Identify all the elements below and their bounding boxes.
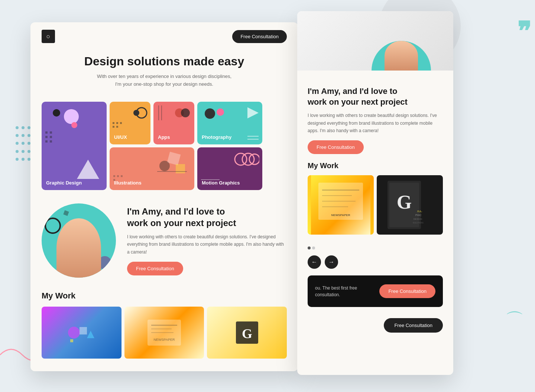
svg-rect-35 (63, 210, 69, 216)
back-work-section: My Work NE (297, 161, 453, 246)
back-work-item-newspaper[interactable]: NEWSPAPER (308, 175, 374, 235)
svg-marker-38 (87, 331, 94, 338)
service-label-apps: Apps (158, 134, 170, 140)
svg-rect-3 (50, 136, 52, 138)
main-header: ○ Free Consultation (30, 22, 298, 50)
back-consultation-button[interactable]: Free Consultation (308, 140, 364, 154)
logo: ○ (42, 30, 55, 43)
back-cta-section: ou. The best first free consultation. Fr… (308, 275, 443, 307)
back-work2-graphic: G RA- PHIC DESIGN SOLUTIONS (380, 175, 440, 235)
about-consultation-button[interactable]: Free Consultation (127, 262, 183, 275)
apps-icon (173, 105, 191, 120)
back-header-bar (297, 71, 453, 82)
svg-text:PHIC: PHIC (415, 214, 422, 216)
svg-rect-39 (70, 339, 73, 342)
svg-rect-37 (80, 327, 87, 334)
work-item-3[interactable]: G (207, 307, 287, 359)
photo-tri-icon (247, 107, 259, 118)
scroll-dot-1 (308, 246, 311, 249)
svg-rect-24 (113, 175, 115, 177)
back-work1-graphic: NEWSPAPER (311, 175, 370, 235)
svg-rect-10 (120, 122, 122, 124)
back-about-heading: I'm Amy, and I'd love to work on your ne… (308, 86, 443, 107)
work-item-1[interactable] (42, 307, 121, 359)
service-label-ui-ux: UI/UX (114, 134, 127, 140)
bg-squiggle-bottom-right-decor: ⌒ (505, 308, 524, 333)
svg-rect-26 (121, 175, 123, 177)
apps-lines (156, 105, 164, 120)
back-about-body: I love working with others to create bea… (308, 112, 443, 134)
back-about-section: I'm Amy, and I'd love to work on your ne… (297, 82, 453, 161)
svg-marker-17 (247, 107, 259, 118)
svg-text:G: G (242, 326, 252, 341)
back-work-item-book[interactable]: G RA- PHIC DESIGN SOLUTIONS (377, 175, 443, 235)
back-scroll-indicator (297, 246, 453, 252)
svg-text:G: G (397, 192, 412, 213)
avatar-circle (42, 203, 116, 278)
back-nav-prev-button[interactable]: ← (308, 255, 321, 269)
logo-symbol: ○ (46, 33, 51, 40)
back-work-title: My Work (308, 161, 443, 170)
about-section: I'm Amy, and I'd love to work on your ne… (30, 196, 298, 285)
back-footer-consultation-button[interactable]: Free Consultation (384, 318, 443, 333)
service-card-illustrations[interactable]: Illustrations (110, 147, 194, 190)
svg-rect-11 (113, 126, 114, 128)
back-card: I'm Amy, and I'd love to work on your ne… (297, 11, 453, 375)
main-card: ○ Free Consultation Design solutions mad… (30, 22, 298, 371)
service-card-graphic-design[interactable]: Graphic Design (42, 102, 107, 190)
service-card-ui-ux[interactable]: UI/UX (110, 102, 150, 144)
illustrations-icon (157, 151, 187, 177)
work-grid: NEWSPAPER G (42, 307, 287, 359)
work3-graphic: G (232, 318, 262, 347)
svg-point-32 (45, 218, 60, 233)
svg-rect-2 (45, 136, 48, 138)
ui-ux-icon (129, 105, 147, 124)
svg-point-28 (235, 153, 247, 165)
about-heading: I'm Amy, and I'd love to work on your ne… (127, 206, 287, 229)
work-item-2[interactable]: NEWSPAPER (124, 307, 204, 359)
svg-text:NEWSPAPER: NEWSPAPER (331, 213, 350, 217)
back-hero-image (297, 11, 453, 71)
hero-section: Design solutions made easy With over ten… (30, 50, 298, 96)
back-nav-next-button[interactable]: → (325, 255, 338, 269)
scroll-dot-2 (312, 246, 315, 249)
svg-text:SOLUTIONS: SOLUTIONS (413, 222, 424, 224)
back-avatar (372, 41, 431, 71)
svg-rect-20 (167, 152, 181, 166)
svg-text:DESIGN: DESIGN (414, 218, 422, 220)
back-footer: Free Consultation (297, 311, 453, 340)
service-card-apps[interactable]: Apps (153, 102, 194, 144)
photo-lines (247, 135, 259, 141)
svg-rect-4 (45, 140, 48, 143)
svg-rect-8 (113, 122, 114, 124)
work1-graphic (67, 318, 96, 347)
svg-text:RA-: RA- (417, 210, 422, 213)
back-cta-text: ou. The best first free consultation. (315, 285, 374, 298)
svg-rect-25 (117, 175, 119, 177)
svg-point-36 (68, 327, 80, 339)
about-body: I love working with others to create bea… (127, 233, 287, 256)
svg-rect-9 (116, 122, 118, 124)
svg-point-21 (159, 161, 170, 171)
svg-text:NEWSPAPER: NEWSPAPER (154, 338, 175, 342)
hero-subtitle: With over ten years of experience in var… (94, 73, 235, 88)
work-section: My Work (30, 285, 298, 365)
header-consultation-button[interactable]: Free Consultation (232, 30, 287, 43)
svg-rect-0 (45, 131, 48, 134)
service-label-photography: Photography (202, 134, 231, 140)
bg-squiggle-right-decor: ❞ (517, 19, 531, 45)
services-grid: Graphic Design UI/UX (30, 96, 298, 196)
motion-icon (233, 152, 259, 167)
service-label-motion-graphics: Motion Graphics (202, 180, 240, 186)
work2-graphic: NEWSPAPER (146, 318, 183, 347)
back-work-nav: ← → (297, 252, 453, 272)
service-card-motion-graphics[interactable]: Motion Graphics (197, 147, 262, 190)
work-section-title: My Work (42, 291, 287, 301)
back-cta-button[interactable]: Free Consultation (379, 284, 435, 298)
back-work-grid: NEWSPAPER G RA- PHIC DESIGN SOLUTIONS (308, 175, 443, 235)
svg-point-7 (133, 110, 139, 116)
service-label-illustrations: Illustrations (114, 180, 142, 186)
svg-rect-12 (116, 126, 118, 128)
svg-rect-22 (176, 164, 185, 173)
service-card-photography[interactable]: Photography (197, 102, 262, 144)
